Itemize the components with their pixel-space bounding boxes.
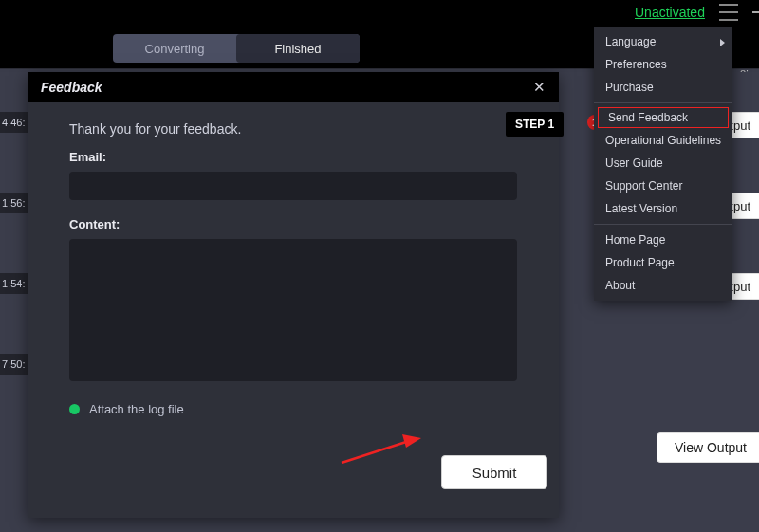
tab-finished[interactable]: Finished [236, 34, 360, 63]
attach-log-toggle[interactable]: Attach the log file [69, 402, 517, 416]
dialog-title: Feedback [41, 80, 102, 95]
feedback-dialog: Feedback ✕ Thank you for your feedback. … [28, 72, 559, 518]
content-textarea[interactable] [69, 239, 517, 381]
arrow-annotation [340, 434, 421, 467]
menu-send-feedback[interactable]: Send Feedback [598, 107, 729, 128]
radio-checked-icon [69, 404, 80, 414]
svg-line-0 [342, 442, 406, 463]
menu-preferences[interactable]: Preferences [594, 53, 732, 76]
svg-marker-1 [402, 434, 421, 448]
unactivated-link[interactable]: Unactivated [635, 5, 705, 20]
menu-about[interactable]: About [594, 274, 732, 297]
menu-separator [594, 102, 732, 103]
dialog-titlebar: Feedback ✕ [28, 72, 559, 102]
email-input[interactable] [69, 172, 517, 200]
email-label: Email: [69, 150, 517, 164]
menu-item-label: Language [605, 35, 656, 48]
submit-button[interactable]: Submit [441, 455, 547, 489]
menu-icon[interactable] [719, 4, 738, 21]
feedback-thanks-text: Thank you for your feedback. [69, 121, 517, 137]
attach-log-label: Attach the log file [89, 402, 184, 416]
view-output-button[interactable]: View Output [657, 432, 759, 463]
tab-group: Converting Finished [113, 34, 360, 63]
tab-converting[interactable]: Converting [113, 34, 236, 63]
content-label: Content: [69, 217, 517, 231]
step1-callout: STEP 1 [506, 112, 564, 137]
minimize-icon[interactable] [752, 11, 759, 13]
menu-latest-version[interactable]: Latest Version [594, 197, 732, 220]
close-icon[interactable]: ✕ [533, 79, 546, 96]
chevron-right-icon [720, 39, 725, 46]
menu-support-center[interactable]: Support Center [594, 174, 732, 197]
menu-home-page[interactable]: Home Page [594, 229, 732, 251]
menu-product-page[interactable]: Product Page [594, 251, 732, 274]
menu-user-guide[interactable]: User Guide [594, 152, 732, 174]
menu-language[interactable]: Language [594, 30, 732, 53]
menu-purchase[interactable]: Purchase [594, 76, 732, 99]
menu-operational-guidelines[interactable]: Operational Guidelines [594, 129, 732, 152]
menu-separator [594, 224, 732, 225]
settings-menu: Language Preferences Purchase Send Feedb… [594, 27, 732, 301]
